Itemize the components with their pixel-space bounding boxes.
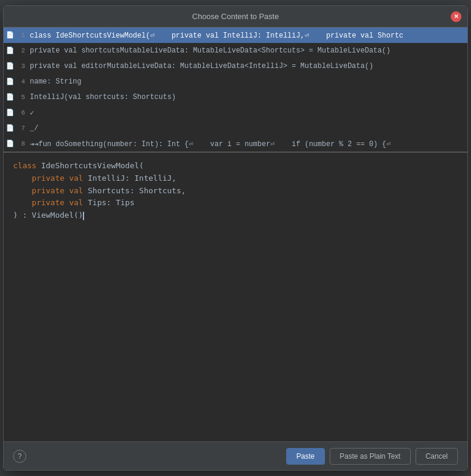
row-number: 6 <box>16 109 25 116</box>
row-number: 2 <box>16 47 25 54</box>
row-content: class IdeShortcutsViewModel(⏎ private va… <box>30 31 404 40</box>
list-item[interactable]: 7 _/ <box>4 120 467 136</box>
cancel-button[interactable]: Cancel <box>416 448 458 465</box>
row-number: 4 <box>16 78 25 85</box>
row-number: 8 <box>16 140 25 147</box>
document-icon <box>6 124 13 132</box>
row-content: ⇥⇥fun doSomething(number: Int): Int {⏎ v… <box>30 140 391 149</box>
close-button[interactable]: ✕ <box>451 11 461 22</box>
dialog: Choose Content to Paste ✕ 1 class IdeSho… <box>3 5 468 471</box>
list-item[interactable]: 5 IntelliJ(val shortcuts: Shortcuts) <box>4 89 467 105</box>
row-content: _/ <box>30 124 38 132</box>
document-icon <box>6 78 13 86</box>
list-item[interactable]: 8 ⇥⇥fun doSomething(number: Int): Int {⏎… <box>4 136 467 152</box>
document-icon <box>6 109 13 117</box>
row-content: private val editorMutableLiveData: Mutab… <box>30 62 373 70</box>
help-button[interactable]: ? <box>13 450 26 463</box>
list-item[interactable]: 3 private val editorMutableLiveData: Mut… <box>4 58 467 74</box>
preview-panel: class IdeShortcutsViewModel( private val… <box>4 153 467 441</box>
row-number: 3 <box>16 63 25 70</box>
footer: ? Paste Paste as Plain Text Cancel <box>4 441 467 470</box>
document-icon <box>6 47 13 55</box>
document-icon <box>6 62 13 70</box>
list-item[interactable]: 2 private val shortcutsMutableLiveData: … <box>4 43 467 58</box>
clipboard-list-panel: 1 class IdeShortcutsViewModel(⏎ private … <box>4 27 467 153</box>
document-icon <box>6 93 13 101</box>
dialog-title: Choose Content to Paste <box>192 12 278 21</box>
row-number: 1 <box>16 32 25 39</box>
title-bar: Choose Content to Paste ✕ <box>4 6 467 27</box>
list-item[interactable]: 1 class IdeShortcutsViewModel(⏎ private … <box>4 27 467 43</box>
row-content: IntelliJ(val shortcuts: Shortcuts) <box>30 93 176 101</box>
paste-button[interactable]: Paste <box>286 448 325 465</box>
footer-left: ? <box>13 450 26 463</box>
list-item[interactable]: 4 name: String <box>4 74 467 89</box>
paste-plain-button[interactable]: Paste as Plain Text <box>330 448 411 465</box>
row-content: private val shortcutsMutableLiveData: Mu… <box>30 47 391 55</box>
row-number: 5 <box>16 94 25 101</box>
row-content: ✓ <box>30 109 34 118</box>
list-item[interactable]: 6 ✓ <box>4 105 467 120</box>
document-icon <box>6 140 13 148</box>
row-number: 7 <box>16 125 25 132</box>
document-icon <box>6 31 13 39</box>
row-content: name: String <box>30 78 81 86</box>
preview-code: class IdeShortcutsViewModel( private val… <box>13 160 458 222</box>
clipboard-list: 1 class IdeShortcutsViewModel(⏎ private … <box>4 27 467 152</box>
footer-right: Paste Paste as Plain Text Cancel <box>286 448 458 465</box>
